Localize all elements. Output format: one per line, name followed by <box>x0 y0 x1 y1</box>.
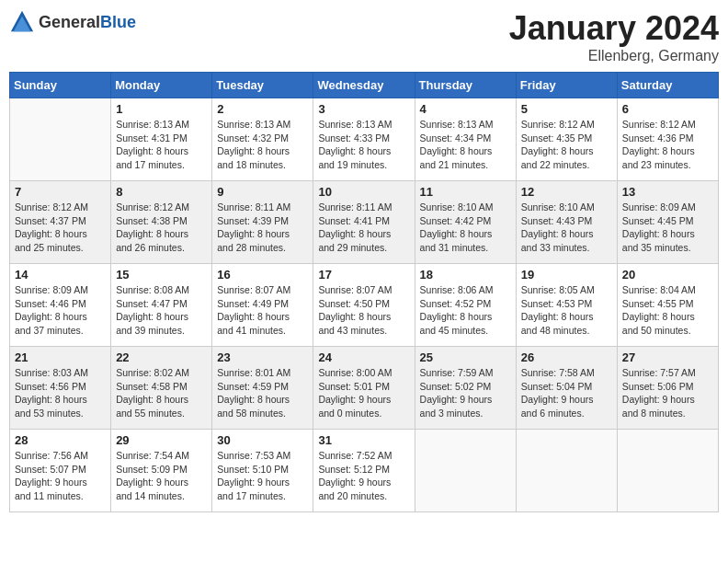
page-header: GeneralBlue January 2024 Ellenberg, Germ… <box>9 9 719 64</box>
calendar-cell: 14Sunrise: 8:09 AMSunset: 4:46 PMDayligh… <box>10 264 111 347</box>
calendar-cell: 7Sunrise: 8:12 AMSunset: 4:37 PMDaylight… <box>10 181 111 264</box>
calendar-cell: 31Sunrise: 7:52 AMSunset: 5:12 PMDayligh… <box>313 430 415 512</box>
logo-blue: Blue <box>100 13 136 31</box>
day-number: 19 <box>521 268 612 282</box>
day-info: Sunrise: 8:04 AMSunset: 4:55 PMDaylight:… <box>622 283 713 338</box>
day-number: 2 <box>217 102 308 116</box>
day-info: Sunrise: 8:10 AMSunset: 4:42 PMDaylight:… <box>420 201 511 255</box>
calendar-cell: 13Sunrise: 8:09 AMSunset: 4:45 PMDayligh… <box>617 181 718 264</box>
day-info: Sunrise: 8:05 AMSunset: 4:53 PMDaylight:… <box>521 283 612 338</box>
header-day: Tuesday <box>212 73 313 98</box>
calendar-cell: 9Sunrise: 8:11 AMSunset: 4:39 PMDaylight… <box>212 181 313 264</box>
day-info: Sunrise: 8:00 AMSunset: 5:01 PMDaylight:… <box>318 366 409 420</box>
month-title: January 2024 <box>509 9 719 48</box>
logo-icon <box>9 9 35 35</box>
calendar-cell: 24Sunrise: 8:00 AMSunset: 5:01 PMDayligh… <box>313 347 415 430</box>
day-info: Sunrise: 8:01 AMSunset: 4:59 PMDaylight:… <box>217 366 308 420</box>
calendar-cell <box>10 98 111 181</box>
calendar-cell: 5Sunrise: 8:12 AMSunset: 4:35 PMDaylight… <box>516 98 617 181</box>
day-number: 28 <box>15 433 106 447</box>
calendar-row: 21Sunrise: 8:03 AMSunset: 4:56 PMDayligh… <box>10 347 719 430</box>
header-day: Friday <box>516 73 617 98</box>
calendar-cell: 19Sunrise: 8:05 AMSunset: 4:53 PMDayligh… <box>516 264 617 347</box>
day-number: 26 <box>521 350 612 364</box>
calendar-table: SundayMondayTuesdayWednesdayThursdayFrid… <box>9 72 719 512</box>
day-number: 20 <box>622 268 713 282</box>
calendar-cell: 16Sunrise: 8:07 AMSunset: 4:49 PMDayligh… <box>212 264 313 347</box>
calendar-cell: 23Sunrise: 8:01 AMSunset: 4:59 PMDayligh… <box>212 347 313 430</box>
header-day: Wednesday <box>313 73 415 98</box>
day-info: Sunrise: 7:56 AMSunset: 5:07 PMDaylight:… <box>15 449 106 503</box>
header-day: Monday <box>111 73 212 98</box>
calendar-cell: 4Sunrise: 8:13 AMSunset: 4:34 PMDaylight… <box>415 98 516 181</box>
day-info: Sunrise: 8:12 AMSunset: 4:36 PMDaylight:… <box>622 118 713 172</box>
day-number: 11 <box>420 185 511 199</box>
calendar-cell: 1Sunrise: 8:13 AMSunset: 4:31 PMDaylight… <box>111 98 212 181</box>
day-number: 29 <box>116 433 207 447</box>
day-number: 12 <box>521 185 612 199</box>
day-info: Sunrise: 8:13 AMSunset: 4:34 PMDaylight:… <box>420 118 511 172</box>
calendar-cell: 2Sunrise: 8:13 AMSunset: 4:32 PMDaylight… <box>212 98 313 181</box>
calendar-cell <box>617 430 718 512</box>
day-number: 6 <box>622 102 713 116</box>
day-info: Sunrise: 8:10 AMSunset: 4:43 PMDaylight:… <box>521 201 612 255</box>
day-info: Sunrise: 8:06 AMSunset: 4:52 PMDaylight:… <box>420 283 511 338</box>
calendar-cell: 10Sunrise: 8:11 AMSunset: 4:41 PMDayligh… <box>313 181 415 264</box>
calendar-cell: 20Sunrise: 8:04 AMSunset: 4:55 PMDayligh… <box>617 264 718 347</box>
day-number: 8 <box>116 185 207 199</box>
location: Ellenberg, Germany <box>509 48 719 64</box>
day-info: Sunrise: 8:12 AMSunset: 4:38 PMDaylight:… <box>116 201 207 255</box>
day-info: Sunrise: 8:02 AMSunset: 4:58 PMDaylight:… <box>116 366 207 420</box>
day-number: 21 <box>15 350 106 364</box>
calendar-cell: 29Sunrise: 7:54 AMSunset: 5:09 PMDayligh… <box>111 430 212 512</box>
calendar-cell: 26Sunrise: 7:58 AMSunset: 5:04 PMDayligh… <box>516 347 617 430</box>
day-number: 13 <box>622 185 713 199</box>
calendar-cell: 25Sunrise: 7:59 AMSunset: 5:02 PMDayligh… <box>415 347 516 430</box>
logo-general: General <box>39 13 100 31</box>
day-number: 25 <box>420 350 511 364</box>
day-number: 27 <box>622 350 713 364</box>
day-info: Sunrise: 8:13 AMSunset: 4:31 PMDaylight:… <box>116 118 207 172</box>
day-number: 7 <box>15 185 106 199</box>
day-number: 4 <box>420 102 511 116</box>
logo-text: GeneralBlue <box>39 13 136 32</box>
calendar-cell: 17Sunrise: 8:07 AMSunset: 4:50 PMDayligh… <box>313 264 415 347</box>
day-info: Sunrise: 8:07 AMSunset: 4:49 PMDaylight:… <box>217 283 308 338</box>
day-info: Sunrise: 7:58 AMSunset: 5:04 PMDaylight:… <box>521 366 612 420</box>
day-number: 9 <box>217 185 308 199</box>
day-info: Sunrise: 7:54 AMSunset: 5:09 PMDaylight:… <box>116 449 207 503</box>
calendar-cell: 6Sunrise: 8:12 AMSunset: 4:36 PMDaylight… <box>617 98 718 181</box>
calendar-cell <box>415 430 516 512</box>
title-area: January 2024 Ellenberg, Germany <box>509 9 719 64</box>
calendar-cell: 12Sunrise: 8:10 AMSunset: 4:43 PMDayligh… <box>516 181 617 264</box>
day-info: Sunrise: 8:11 AMSunset: 4:39 PMDaylight:… <box>217 201 308 255</box>
calendar-cell: 18Sunrise: 8:06 AMSunset: 4:52 PMDayligh… <box>415 264 516 347</box>
day-number: 16 <box>217 268 308 282</box>
calendar-cell: 8Sunrise: 8:12 AMSunset: 4:38 PMDaylight… <box>111 181 212 264</box>
day-info: Sunrise: 8:09 AMSunset: 4:46 PMDaylight:… <box>15 283 106 338</box>
calendar-row: 1Sunrise: 8:13 AMSunset: 4:31 PMDaylight… <box>10 98 719 181</box>
day-info: Sunrise: 8:11 AMSunset: 4:41 PMDaylight:… <box>318 201 409 255</box>
day-number: 5 <box>521 102 612 116</box>
calendar-cell: 3Sunrise: 8:13 AMSunset: 4:33 PMDaylight… <box>313 98 415 181</box>
calendar-row: 14Sunrise: 8:09 AMSunset: 4:46 PMDayligh… <box>10 264 719 347</box>
calendar-cell: 21Sunrise: 8:03 AMSunset: 4:56 PMDayligh… <box>10 347 111 430</box>
day-number: 22 <box>116 350 207 364</box>
day-info: Sunrise: 7:52 AMSunset: 5:12 PMDaylight:… <box>318 449 409 503</box>
calendar-cell: 28Sunrise: 7:56 AMSunset: 5:07 PMDayligh… <box>10 430 111 512</box>
header-day: Thursday <box>415 73 516 98</box>
calendar-cell: 15Sunrise: 8:08 AMSunset: 4:47 PMDayligh… <box>111 264 212 347</box>
calendar-row: 7Sunrise: 8:12 AMSunset: 4:37 PMDaylight… <box>10 181 719 264</box>
calendar-cell: 11Sunrise: 8:10 AMSunset: 4:42 PMDayligh… <box>415 181 516 264</box>
day-info: Sunrise: 8:12 AMSunset: 4:37 PMDaylight:… <box>15 201 106 255</box>
day-number: 23 <box>217 350 308 364</box>
day-number: 18 <box>420 268 511 282</box>
day-number: 24 <box>318 350 409 364</box>
calendar-cell: 30Sunrise: 7:53 AMSunset: 5:10 PMDayligh… <box>212 430 313 512</box>
day-number: 15 <box>116 268 207 282</box>
day-info: Sunrise: 8:03 AMSunset: 4:56 PMDaylight:… <box>15 366 106 420</box>
day-info: Sunrise: 8:08 AMSunset: 4:47 PMDaylight:… <box>116 283 207 338</box>
day-number: 10 <box>318 185 409 199</box>
calendar-cell <box>516 430 617 512</box>
day-info: Sunrise: 7:57 AMSunset: 5:06 PMDaylight:… <box>622 366 713 420</box>
